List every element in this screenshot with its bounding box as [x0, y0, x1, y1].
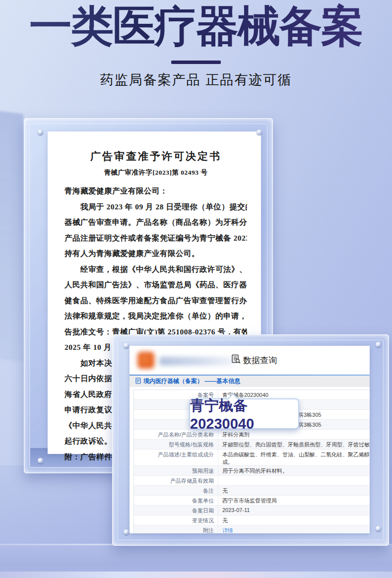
row-value: 牙龈部位型、亮白固齿型、牙釉质损伤型、牙周型、牙齿过敏型、幽门螺旋型;0.5g-…	[218, 440, 370, 449]
row-value: 本品由碳酸盐、纤维素、甘油、山梨酸、二氧化硅、聚乙烯醇、丙二醇、氯化钠、色素、小…	[218, 450, 370, 465]
corner-pin	[124, 529, 129, 535]
query-frame: 数据查询 境内医疗器械（备案） ——基本信息 备案号青宁械备20230040厂房…	[112, 334, 389, 546]
row-label: 产品描述/主要组成成分	[134, 450, 218, 465]
corner-pin	[376, 342, 381, 347]
document-line: 经审查，根据《中华人民共和国行政许可法》、《中华	[65, 261, 247, 277]
section-title: 境内医疗器械（备案） ——基本信息	[143, 377, 240, 385]
floor-front-strip	[0, 572, 392, 578]
row-value-text: 西宁市市场监督管理局	[222, 497, 370, 505]
table-row: 附注详情	[134, 525, 370, 533]
row-value-text: 用于分离不同的牙科材料。	[222, 467, 370, 475]
row-value	[218, 476, 370, 485]
page-title: 一类医疗器械备案	[0, 2, 392, 50]
table-row: 变更情况无	[134, 515, 370, 525]
document-magnifier-icon	[231, 354, 241, 367]
row-value: 2023-07-11	[218, 506, 370, 515]
corner-pin	[38, 129, 43, 135]
corner-pin	[257, 129, 262, 135]
site-header: 数据查询	[130, 346, 370, 375]
row-label: 预期用途	[134, 466, 218, 475]
nav-label: 数据查询	[243, 355, 277, 366]
row-label: 备注	[134, 486, 218, 495]
table-row: 型号规格/包装规格牙龈部位型、亮白固齿型、牙釉质损伤型、牙周型、牙齿过敏型、幽门…	[134, 440, 370, 450]
corner-pin	[38, 458, 43, 463]
row-value-text: 无	[222, 517, 370, 524]
document-addressee: 青海藏爱健康产业有限公司：	[65, 183, 247, 199]
row-value-text: 成。	[222, 458, 370, 465]
row-label: 产品存储及有效期	[134, 476, 218, 485]
row-value-text: 无	[222, 487, 370, 495]
document-line: 器械广告审查申请。产品名称（商品名称）为牙科分离剂，	[65, 214, 247, 230]
document-line: 产品注册证明文件或者备案凭证编号为青宁械备 20230040，	[65, 230, 247, 246]
row-label: 变更情况	[134, 515, 218, 525]
document-sheet-icon	[135, 378, 141, 385]
blurred-site-name	[159, 357, 235, 366]
document-line: 法律和规章规定，我局决定批准你（单位）的申请，编发广	[65, 308, 247, 324]
document-line: 人民共和国广告法》、市场监管总局《药品、医疗器械、保	[65, 277, 247, 293]
detail-link[interactable]: 详情	[222, 527, 233, 533]
section-title-bar: 境内医疗器械（备案） ——基本信息	[130, 376, 370, 387]
corner-pin	[376, 526, 381, 531]
row-value: 用于分离不同的牙科材料。	[218, 466, 370, 475]
document-number: 青械广审准许字[2023]第 02493 号	[65, 168, 247, 177]
registration-number: 青宁械备20230040	[190, 396, 298, 432]
row-value-text: 2023-07-11	[222, 507, 370, 513]
row-value: 西宁市市场监督管理局	[218, 496, 370, 505]
document-line: 持有人为青海藏爱健康产业有限公司。	[65, 246, 247, 261]
background-reflection	[0, 109, 23, 362]
row-label: 备案日期	[134, 506, 218, 515]
table-row: 备注无	[134, 486, 370, 496]
corner-pin	[124, 343, 129, 348]
page-subtitle: 药监局备案产品 正品有迹可循	[0, 71, 392, 89]
row-value-text: 牙龈部位型、亮白固齿型、牙釉质损伤型、牙周型、牙齿过敏型、幽门螺旋型;0.5g-…	[222, 441, 370, 449]
table-row: 产品描述/主要组成成分本品由碳酸盐、纤维素、甘油、山梨酸、二氧化硅、聚乙烯醇、丙…	[134, 450, 370, 466]
query-screenshot: 数据查询 境内医疗器械（备案） ——基本信息 备案号青宁械备20230040厂房…	[130, 346, 370, 533]
document-title: 广告审查准予许可决定书	[65, 149, 247, 163]
row-value-text: 牙科分离剂	[222, 431, 370, 439]
row-value-text: 本品由碳酸盐、纤维素、甘油、山梨酸、二氧化硅、聚乙烯醇、丙二醇、氯化钠、色素、小	[222, 451, 370, 458]
table-row: 产品存储及有效期	[134, 476, 370, 486]
row-value: 详情	[218, 525, 370, 533]
document-line: 健食品、特殊医学用途配方食品广告审查管理暂行办法》等	[65, 293, 247, 309]
title-divider	[171, 61, 221, 64]
site-logo	[137, 352, 154, 369]
document-line: 我局于 2023 年 09 月 28 日受理你（单位）提交的医疗	[65, 199, 247, 215]
table-row: 预期用途用于分离不同的牙科材料。	[134, 466, 370, 476]
nav-item-data-query[interactable]: 数据查询	[231, 354, 277, 367]
registration-number-callout: 青宁械备20230040	[189, 398, 299, 429]
row-label: 型号规格/包装规格	[134, 440, 218, 449]
row-value: 无	[218, 515, 370, 525]
row-label: 附注	[134, 525, 218, 533]
table-row: 备案日期2023-07-11	[134, 506, 370, 515]
table-row: 备案单位西宁市市场监督管理局	[134, 496, 370, 506]
row-label: 备案单位	[134, 496, 218, 505]
row-value: 无	[218, 486, 370, 495]
